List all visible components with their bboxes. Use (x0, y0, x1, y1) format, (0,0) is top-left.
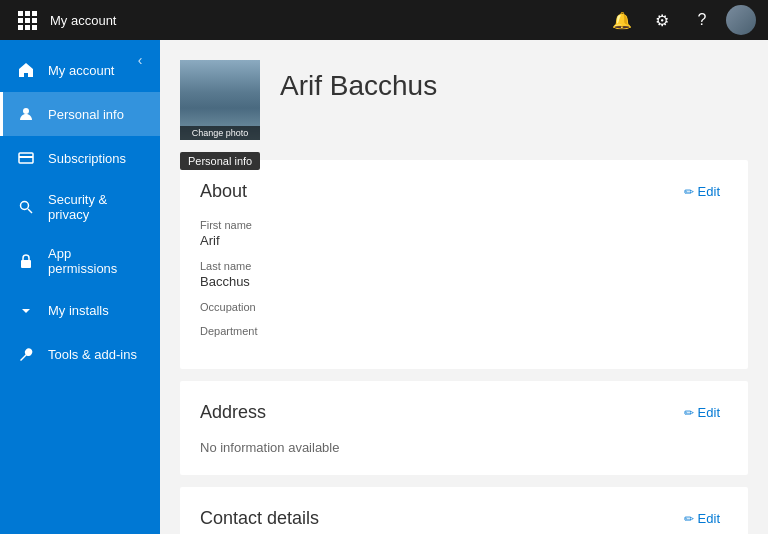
app-title: My account (50, 13, 606, 28)
sidebar-item-tools-addins-label: Tools & add-ins (48, 347, 137, 362)
pencil-icon: ✏ (684, 185, 694, 199)
department-field: Department (200, 325, 728, 337)
contact-edit-label: Edit (698, 511, 720, 526)
profile-name: Arif Bacchus (280, 70, 437, 102)
contact-title: Contact details (200, 508, 319, 529)
contact-card-header: Contact details ✏ Edit (200, 507, 728, 530)
about-card: Personal info About ✏ Edit First name Ar… (180, 160, 748, 369)
last-name-label: Last name (200, 260, 728, 272)
topbar: My account 🔔 ⚙ ? (0, 0, 768, 40)
about-card-header: About ✏ Edit (200, 180, 728, 203)
content-area: Change photo Arif Bacchus Personal info … (160, 40, 768, 534)
svg-rect-5 (21, 260, 31, 268)
main-layout: ‹ My account Personal info (0, 40, 768, 534)
avatar-image (726, 5, 756, 35)
contact-card: Contact details ✏ Edit Email arif@onmsft… (180, 487, 748, 534)
home-icon (16, 60, 36, 80)
sidebar-item-tools-addins[interactable]: Tools & add-ins (0, 332, 160, 376)
svg-line-4 (28, 209, 32, 213)
address-no-info: No information available (200, 440, 728, 455)
sidebar-item-security-privacy-label: Security & privacy (48, 192, 144, 222)
search-icon (16, 197, 36, 217)
user-avatar[interactable] (726, 5, 756, 35)
sidebar-item-security-privacy[interactable]: Security & privacy (0, 180, 160, 234)
person-icon (16, 104, 36, 124)
sidebar-item-personal-info[interactable]: Personal info (0, 92, 160, 136)
svg-rect-2 (19, 156, 33, 158)
app-grid-button[interactable] (12, 5, 42, 35)
last-name-field: Last name Bacchus (200, 260, 728, 289)
pencil-icon-contact: ✏ (684, 512, 694, 526)
sidebar-item-app-permissions[interactable]: App permissions (0, 234, 160, 288)
sidebar-item-personal-info-label: Personal info (48, 107, 124, 122)
notification-icon: 🔔 (612, 11, 632, 30)
address-card: Address ✏ Edit No information available (180, 381, 748, 475)
address-title: Address (200, 402, 266, 423)
pencil-icon-address: ✏ (684, 406, 694, 420)
occupation-label: Occupation (200, 301, 728, 313)
first-name-value: Arif (200, 233, 728, 248)
svg-point-3 (21, 202, 29, 210)
sidebar-item-subscriptions[interactable]: Subscriptions (0, 136, 160, 180)
personal-info-tooltip: Personal info (180, 152, 260, 170)
svg-point-0 (23, 108, 29, 114)
change-photo-button[interactable]: Change photo (180, 126, 260, 140)
address-edit-button[interactable]: ✏ Edit (676, 401, 728, 424)
help-button[interactable]: ? (686, 4, 718, 36)
help-icon: ? (698, 11, 707, 29)
topbar-icons: 🔔 ⚙ ? (606, 4, 756, 36)
sidebar-nav: My account Personal info (0, 48, 160, 376)
sidebar-item-my-account[interactable]: My account (0, 48, 160, 92)
address-edit-label: Edit (698, 405, 720, 420)
sidebar-item-my-account-label: My account (48, 63, 114, 78)
about-title: About (200, 181, 247, 202)
occupation-field: Occupation (200, 301, 728, 313)
first-name-field: First name Arif (200, 219, 728, 248)
department-label: Department (200, 325, 728, 337)
contact-edit-button[interactable]: ✏ Edit (676, 507, 728, 530)
about-edit-button[interactable]: ✏ Edit (676, 180, 728, 203)
download-icon (16, 300, 36, 320)
lock-icon (16, 251, 36, 271)
wrench-icon (16, 344, 36, 364)
sidebar-item-subscriptions-label: Subscriptions (48, 151, 126, 166)
profile-photo-container: Change photo (180, 60, 260, 140)
settings-button[interactable]: ⚙ (646, 4, 678, 36)
profile-header: Change photo Arif Bacchus (180, 60, 748, 140)
card-icon (16, 148, 36, 168)
sidebar-item-my-installs-label: My installs (48, 303, 109, 318)
address-card-header: Address ✏ Edit (200, 401, 728, 424)
last-name-value: Bacchus (200, 274, 728, 289)
sidebar-item-my-installs[interactable]: My installs (0, 288, 160, 332)
about-edit-label: Edit (698, 184, 720, 199)
notification-button[interactable]: 🔔 (606, 4, 638, 36)
grid-icon (18, 11, 37, 30)
gear-icon: ⚙ (655, 11, 669, 30)
sidebar-item-app-permissions-label: App permissions (48, 246, 144, 276)
sidebar: ‹ My account Personal info (0, 40, 160, 534)
first-name-label: First name (200, 219, 728, 231)
